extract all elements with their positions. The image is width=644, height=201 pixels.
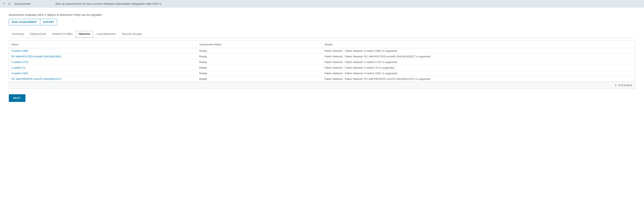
chevron-down-icon[interactable] <box>3 2 6 5</box>
assessment-status-cell: Ready <box>197 54 322 59</box>
table-row: PC-NW-PRIVATE-mcm79-154146312273ReadyFab… <box>9 76 635 82</box>
network-name-link[interactable]: 3-switch-1682 <box>12 49 28 52</box>
export-button[interactable]: EXPORT <box>40 19 57 25</box>
tabs-bar: SummaryDeploymentsNetwork ProfilesNetwor… <box>9 31 635 38</box>
step-title: Assessment <box>14 2 31 6</box>
tab-network-profiles[interactable]: Network Profiles <box>49 31 76 38</box>
table-header-row: Name Assessment Status Details <box>9 41 635 48</box>
tab-summary[interactable]: Summary <box>9 31 27 38</box>
network-name-link[interactable]: PC-NW-ROUTED-mcm80-154146315622 <box>12 55 62 58</box>
assessment-status-cell: Ready <box>197 71 322 76</box>
next-button[interactable]: NEXT <box>9 94 26 102</box>
tab-deployments[interactable]: Deployments <box>27 31 49 38</box>
assessment-status-cell: Ready <box>197 65 322 71</box>
network-name-link[interactable]: 2-switch-70 <box>12 66 25 69</box>
step-header: 2. Assessment Run an assessment of your … <box>0 0 644 8</box>
intro-text: Assessment evaluates NSX-V objects to de… <box>9 13 635 17</box>
step-number: 2. <box>8 2 11 6</box>
column-header-name[interactable]: Name <box>9 41 197 48</box>
network-name-link[interactable]: PC-NW-PRIVATE-mcm79-154146312273 <box>12 77 61 80</box>
details-cell: Fabric Network : Fabric Network 'PC-NW-R… <box>322 54 635 59</box>
table-row: PC-NW-ROUTED-mcm80-154146315622ReadyFabr… <box>9 54 635 59</box>
details-cell: Fabric Network : Fabric Network '3-switc… <box>322 48 635 54</box>
tab-networks[interactable]: Networks <box>76 31 93 38</box>
table-row: 1-switch-1715ReadyFabric Network : Fabri… <box>9 59 635 65</box>
networks-table-wrap: Name Assessment Status Details 3-switch-… <box>9 41 635 89</box>
action-button-group: RUN ASSESSMENT EXPORT <box>9 19 57 25</box>
content-area: Assessment evaluates NSX-V objects to de… <box>0 8 644 108</box>
network-name-link[interactable]: 1-switch-1715 <box>12 61 28 64</box>
assessment-status-cell: Ready <box>197 76 322 82</box>
details-cell: Fabric Network : Fabric Network 'PC-NW-P… <box>322 76 635 82</box>
run-assessment-button[interactable]: RUN ASSESSMENT <box>9 19 40 25</box>
table-row: 2-switch-70ReadyFabric Network : Fabric … <box>9 65 635 71</box>
details-cell: Fabric Network : Fabric Network '1-switc… <box>322 59 635 65</box>
tab-load-balancers[interactable]: Load Balancers <box>93 31 119 38</box>
assessment-status-cell: Ready <box>197 48 322 54</box>
column-header-status[interactable]: Assessment Status <box>197 41 322 48</box>
network-name-link[interactable]: 4-switch-1501 <box>12 72 28 75</box>
table-row: 3-switch-1682ReadyFabric Network : Fabri… <box>9 48 635 54</box>
details-cell: Fabric Network : Fabric Network '4-switc… <box>322 71 635 76</box>
assessment-status-cell: Ready <box>197 59 322 65</box>
step-description: Run an assessment of your current vReali… <box>56 2 162 6</box>
networks-table: Name Assessment Status Details 3-switch-… <box>9 41 635 82</box>
column-header-details[interactable]: Details <box>322 41 635 48</box>
table-row: 4-switch-1501ReadyFabric Network : Fabri… <box>9 71 635 76</box>
table-footer: 1 - 6 of 6 items <box>9 82 635 88</box>
details-cell: Fabric Network : Fabric Network '2-switc… <box>322 65 635 71</box>
tab-security-groups[interactable]: Security Groups <box>119 31 145 38</box>
